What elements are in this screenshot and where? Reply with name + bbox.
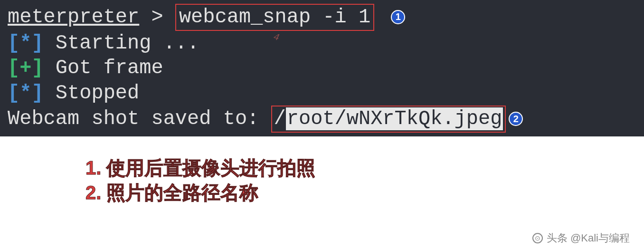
status-bracket-info-icon: [*]	[8, 32, 44, 55]
output-line-starting: [*] Starting ...	[8, 31, 636, 56]
path-highlight-box: /root/wNXrTkQk.jpeg2	[271, 106, 506, 133]
command-highlight-box: webcam_snap -i 1	[175, 4, 374, 31]
annotation-badge-2: 2	[509, 112, 523, 126]
watermark: ⊙ 头条 @Kali与编程	[532, 231, 630, 245]
annotations-area: 1. 使用后置摄像头进行拍照 2. 照片的全路径名称	[0, 136, 644, 205]
status-bracket-success-icon: [+]	[8, 57, 44, 79]
status-bracket-info-icon: [*]	[8, 82, 44, 105]
annotation-text-1: 1. 使用后置摄像头进行拍照	[85, 155, 644, 180]
output-line-gotframe: [+] Got frame	[8, 56, 636, 81]
output-line-saved: Webcam shot saved to: /root/wNXrTkQk.jpe…	[8, 106, 636, 133]
prompt-symbol: >	[139, 6, 175, 29]
prompt-text: meterpreter	[8, 6, 139, 29]
prompt-line: meterpreter > webcam_snap -i 1 1 4	[8, 4, 636, 31]
output-text: Starting ...	[44, 32, 199, 55]
terminal-output: meterpreter > webcam_snap -i 1 1 4 [*] S…	[0, 0, 644, 136]
annotation-text-2: 2. 照片的全路径名称	[85, 180, 644, 205]
annotation-badge-1: 1	[391, 10, 405, 24]
saved-prefix-text: Webcam shot saved to:	[8, 107, 271, 130]
output-text: Stopped	[44, 82, 140, 105]
watermark-icon: ⊙	[532, 233, 543, 243]
output-text: Got frame	[44, 57, 163, 79]
path-slash: /	[274, 107, 286, 130]
path-highlighted-text: root/wNXrTkQk.jpeg	[286, 107, 503, 130]
output-line-stopped: [*] Stopped	[8, 81, 636, 106]
watermark-text: 头条 @Kali与编程	[547, 231, 630, 245]
